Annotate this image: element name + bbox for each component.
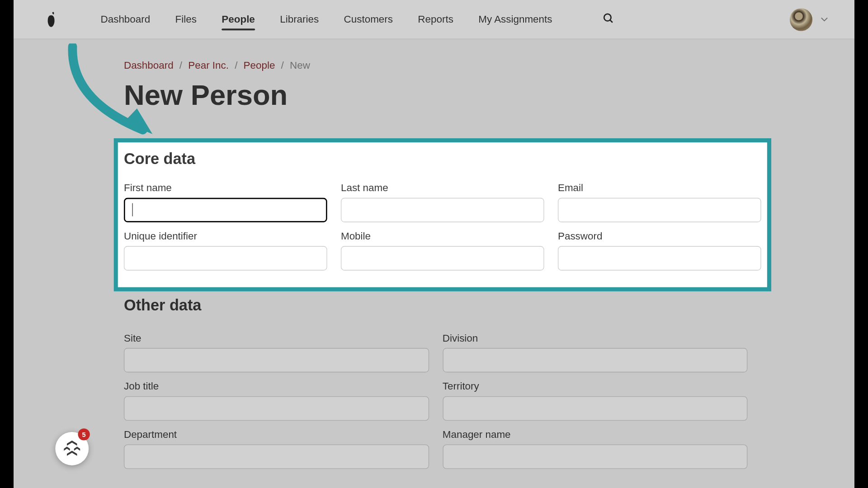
nav-libraries[interactable]: Libraries	[280, 1, 319, 37]
label-mobile: Mobile	[341, 230, 544, 242]
input-first-name[interactable]	[124, 198, 327, 222]
input-department[interactable]	[124, 445, 429, 469]
chevron-down-icon[interactable]	[821, 15, 828, 23]
input-division[interactable]	[443, 348, 748, 372]
input-email[interactable]	[558, 198, 761, 222]
section-other-title: Other data	[124, 296, 747, 314]
nav-reports[interactable]: Reports	[418, 1, 453, 37]
input-manager-name[interactable]	[443, 445, 748, 469]
brand-logo[interactable]	[45, 11, 58, 28]
window-border-right	[854, 0, 868, 488]
label-unique-identifier: Unique identifier	[124, 230, 327, 242]
input-last-name[interactable]	[341, 198, 544, 222]
label-division: Division	[443, 333, 748, 344]
help-widget[interactable]: 5	[55, 432, 89, 465]
label-manager-name: Manager name	[443, 429, 748, 441]
input-mobile[interactable]	[341, 246, 544, 271]
nav-dashboard[interactable]: Dashboard	[101, 1, 151, 37]
nav-people[interactable]: People	[222, 1, 255, 37]
page-title: New Person	[124, 79, 747, 112]
core-data-highlight: Core data First name Last name Email Uni…	[114, 138, 772, 291]
help-badge: 5	[78, 428, 90, 440]
breadcrumb: Dashboard / Pear Inc. / People / New	[124, 51, 747, 71]
svg-point-0	[604, 14, 611, 20]
breadcrumb-people[interactable]: People	[244, 60, 275, 71]
top-nav: Dashboard Files People Libraries Custome…	[14, 0, 858, 39]
text-cursor	[132, 203, 132, 216]
label-site: Site	[124, 333, 429, 344]
window-border-left	[0, 0, 14, 488]
label-job-title: Job title	[124, 381, 429, 393]
section-core-title: Core data	[124, 150, 761, 168]
breadcrumb-pear-inc[interactable]: Pear Inc.	[188, 60, 229, 71]
breadcrumb-separator: /	[281, 60, 284, 71]
nav-customers[interactable]: Customers	[344, 1, 393, 37]
breadcrumb-dashboard[interactable]: Dashboard	[124, 60, 174, 71]
breadcrumb-current: New	[290, 60, 310, 71]
svg-line-1	[610, 20, 612, 22]
label-territory: Territory	[443, 381, 748, 393]
input-territory[interactable]	[443, 396, 748, 421]
label-email: Email	[558, 183, 761, 194]
breadcrumb-separator: /	[179, 60, 182, 71]
input-job-title[interactable]	[124, 396, 429, 421]
user-avatar[interactable]	[790, 8, 812, 31]
search-icon[interactable]	[602, 12, 614, 27]
breadcrumb-separator: /	[235, 60, 237, 71]
label-last-name: Last name	[341, 183, 544, 194]
input-password[interactable]	[558, 246, 761, 271]
label-first-name: First name	[124, 183, 327, 194]
nav-files[interactable]: Files	[175, 1, 197, 37]
label-password: Password	[558, 230, 761, 242]
nav-my-assignments[interactable]: My Assignments	[478, 1, 552, 37]
input-unique-identifier[interactable]	[124, 246, 327, 271]
input-site[interactable]	[124, 348, 429, 372]
label-department: Department	[124, 429, 429, 441]
